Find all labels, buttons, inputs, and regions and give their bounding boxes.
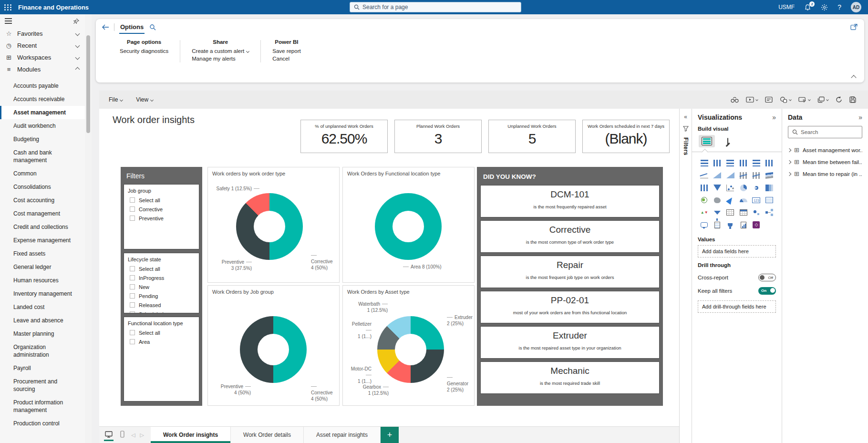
slicer-icon[interactable] [712,208,723,216]
funnel-chart-icon[interactable] [712,184,723,192]
clustered-bar-chart-icon[interactable] [725,159,735,167]
binoculars-icon[interactable] [729,95,740,104]
sidebar-module-item[interactable]: Landed cost [0,300,85,314]
filter-option[interactable]: Select all [124,196,199,205]
table-icon[interactable] [725,208,735,216]
azure-map-icon[interactable] [725,196,735,204]
multi-row-card-icon[interactable] [764,196,775,204]
report-canvas[interactable]: Work order insights % of unplanned Work … [99,109,679,443]
sidebar-module-item[interactable]: Cost accounting [0,194,85,207]
expand-chevron-icon[interactable] [787,148,791,152]
kpi-card[interactable]: % of unplanned Work Orders 62.50% [300,120,388,153]
create-custom-alert-button[interactable]: Create a custom alert [192,48,249,54]
data-field-item[interactable]: ⊞ Mean time between fail... [788,156,862,168]
page-search-input[interactable]: Search for a page [350,2,521,12]
did-you-know-card[interactable]: PP-02-01 most of your work orders are fr… [480,291,660,323]
report-page-tab[interactable]: Asset repair insights [304,427,381,443]
filter-option[interactable]: New [124,282,199,291]
card-icon[interactable] [751,196,762,204]
collapse-pane-chevron[interactable]: » [858,113,862,121]
settings-button[interactable] [821,4,828,11]
app-launcher-icon[interactable] [0,0,16,14]
filter-option[interactable]: Area [124,337,199,346]
filters-visual[interactable]: Filters Job group Select allCorrectivePr… [121,167,202,406]
checkbox[interactable] [130,284,135,289]
add-page-button[interactable]: + [381,427,399,443]
format-visual-tab[interactable] [727,138,728,144]
filter-option[interactable]: Corrective [124,205,199,214]
shapes-icon[interactable] [778,95,793,104]
sidebar-module-item[interactable]: Product information management [0,396,85,417]
matrix-icon[interactable] [738,208,749,216]
sidebar-module-item[interactable]: Accounts receivable [0,93,85,106]
filter-option[interactable]: Released [124,300,199,309]
kpi-icon[interactable] [699,208,710,216]
checkbox[interactable] [130,339,135,344]
filled-map-icon[interactable] [712,196,723,204]
decomposition-tree-icon[interactable] [764,208,775,216]
sidebar-module-item[interactable]: Common [0,167,85,180]
filter-option[interactable]: InProgress [124,273,199,282]
power-apps-icon[interactable] [751,221,762,229]
sidebar-module-item[interactable]: Inventory management [0,287,85,300]
expand-pane-chevron[interactable]: « [684,113,687,120]
report-page-tab[interactable]: Work Order details [231,427,304,443]
presentation-icon[interactable] [744,95,759,104]
checkbox[interactable] [130,293,135,299]
donut-chart-job-group[interactable]: Work Orders by Job group Preventive4 (50… [207,285,340,406]
gauge-icon[interactable] [738,196,749,204]
stacked-column-chart-icon[interactable] [712,159,723,167]
cancel-button[interactable]: Cancel [272,56,300,62]
checkbox[interactable] [130,330,135,335]
cross-report-toggle[interactable]: Off [758,274,776,281]
paginated-report-icon[interactable] [738,221,749,229]
checkbox[interactable] [130,275,135,280]
refresh-icon[interactable] [834,95,844,104]
tab-options[interactable]: Options [119,19,145,35]
next-page-icon[interactable]: ▷ [140,432,144,438]
scatter-chart-icon[interactable] [725,184,735,192]
line-chart-icon[interactable] [699,171,710,179]
area-chart-icon[interactable] [712,171,723,179]
stacked-area-chart-icon[interactable] [725,171,735,179]
sidebar-module-item[interactable]: Organization administration [0,340,85,361]
line-and-clustered-column-chart-icon[interactable] [751,171,762,179]
100-stacked-bar-chart-icon[interactable] [751,159,762,167]
sidebar-module-item[interactable]: Master planning [0,327,85,340]
expand-chevron-icon[interactable] [787,172,791,175]
file-menu[interactable]: File [99,96,129,103]
filter-option[interactable]: Select all [124,264,199,273]
manage-my-alerts-button[interactable]: Manage my alerts [192,56,249,62]
did-you-know-card[interactable]: Corrective is the most common type of wo… [480,220,660,253]
desktop-view-icon[interactable] [105,431,113,439]
donut-chart-icon[interactable] [751,184,762,192]
100-stacked-column-chart-icon[interactable] [764,159,775,167]
security-diagnostics-button[interactable]: Security diagnostics [120,48,168,54]
report-page-tab[interactable]: Work Order insights [151,427,231,443]
did-you-know-panel[interactable]: DID YOU KNOW? DCM-101 is the most freque… [477,167,663,406]
treemap-icon[interactable] [764,184,775,192]
smart-narrative-icon[interactable] [712,221,723,229]
open-in-new-window-icon[interactable] [850,24,858,30]
donut-chart-functional-location-type[interactable]: Work Orders by Functional location type … [342,167,475,283]
notifications-button[interactable]: 2 [804,4,811,11]
sidebar-module-item[interactable]: Cost management [0,207,85,220]
sidebar-module-item[interactable]: Human resources [0,274,85,287]
sidebar-module-item[interactable]: Credit and collections [0,220,85,234]
sidebar-module-item[interactable]: Payroll [0,361,85,375]
sidebar-module-item[interactable]: Accounts payable [0,79,85,93]
company-selector[interactable]: USMF [778,4,795,10]
did-you-know-card[interactable]: Extruder is the most repaired asset type… [480,326,660,359]
sidebar-module-item[interactable]: Procurement and sourcing [0,375,85,396]
key-influencers-icon[interactable] [751,208,762,216]
checkbox[interactable] [130,311,135,313]
checkbox[interactable] [130,197,135,203]
sidebar-module-item[interactable]: Budgeting [0,133,85,146]
kpi-card[interactable]: Unplanned Work Orders 5 [488,120,576,153]
sidebar-scrollbar[interactable] [85,14,92,443]
collapse-pane-chevron[interactable]: » [772,113,776,121]
donut-chart-work-order-type[interactable]: Work orders by work order type Safety 1 … [207,167,340,283]
sidebar-module-item[interactable]: Leave and absence [0,314,85,327]
did-you-know-card[interactable]: Mechanic is the most required trade skil… [480,361,660,394]
save-icon[interactable] [848,95,858,104]
